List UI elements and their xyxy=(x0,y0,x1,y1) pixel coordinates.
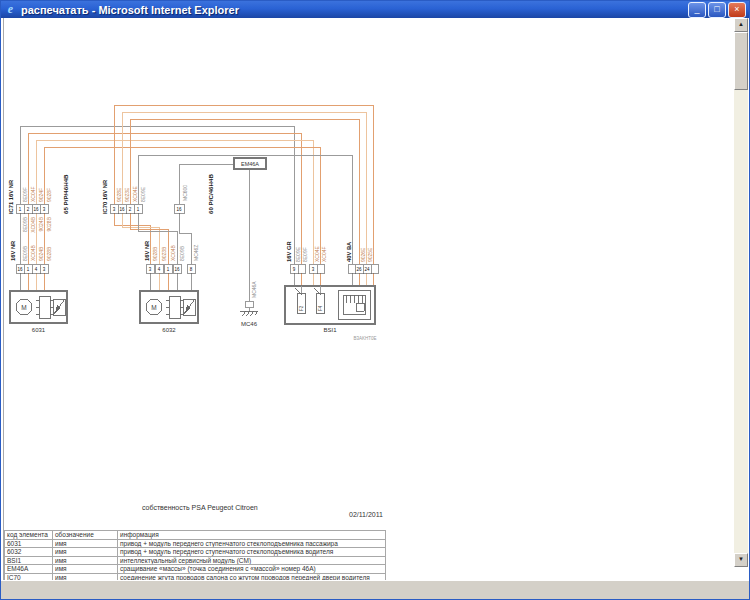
component-info: сращивание «массы» (точка соединения с «… xyxy=(118,565,386,574)
wire-label: 9028B xyxy=(46,216,52,231)
browser-window: e распечатать - Microsoft Internet Explo… xyxy=(0,0,750,600)
device-caption: 6032 xyxy=(162,327,176,333)
wire-label: 8E09E xyxy=(295,246,301,262)
wire-label: MC46A xyxy=(251,281,257,298)
connector-name: IC70 16V NR xyxy=(102,179,108,214)
wire-label: XC04F xyxy=(321,246,327,262)
scrollbar-thumb[interactable] xyxy=(734,32,748,90)
connector-type: 40V BA xyxy=(346,241,352,262)
wire-label: 8E09E xyxy=(140,186,146,202)
component-code: BSI1 xyxy=(5,556,53,565)
pin-number: 16 xyxy=(176,207,182,212)
wire-label: 8E09F xyxy=(22,187,28,202)
component-info: привод + модуль переднего ступенчатого с… xyxy=(118,548,386,557)
pin-number: 26 xyxy=(356,267,362,272)
schematic-ref-code: B3AKHT0E xyxy=(353,336,376,341)
motor-letter: M xyxy=(151,304,156,311)
table-row: 6032 имя привод + модуль переднего ступе… xyxy=(5,548,386,557)
column-header: обозначение xyxy=(53,531,118,540)
wire-label: XC04E xyxy=(132,185,138,202)
close-button[interactable]: × xyxy=(728,2,746,18)
device-caption: 6031 xyxy=(32,327,46,333)
fuse-label: F4 xyxy=(318,305,323,311)
wire-label: 9028B xyxy=(152,246,158,261)
component-kind: имя xyxy=(53,548,118,557)
minimize-button[interactable]: _ xyxy=(688,2,706,18)
pin-number: 16 xyxy=(17,267,23,272)
component-code: 6031 xyxy=(5,539,53,548)
copyright-note: собственность PSA Peugeot Citroen xyxy=(142,504,258,511)
wire-label: 9023E xyxy=(124,187,130,202)
connector-type: 16V GR xyxy=(286,241,292,262)
connector-type: 16V NR xyxy=(10,240,16,261)
wire-label: 9024B xyxy=(38,246,44,261)
component-kind: имя xyxy=(53,539,118,548)
wire-label: 9026E xyxy=(360,247,366,262)
wire-label: XC04E xyxy=(314,245,320,262)
page-content: 1 2 16 3 IC71 16V NR 8E09F XC04F 9024F 9… xyxy=(3,18,733,581)
wiring-diagram: 1 2 16 3 IC71 16V NR 8E09F XC04F 9024F 9… xyxy=(4,18,406,358)
wire-label: 9028F xyxy=(46,188,52,202)
wire-9028-driver xyxy=(114,105,373,264)
restore-button[interactable]: □ xyxy=(708,2,726,18)
wire-label: 9025E xyxy=(367,247,373,262)
fuse-label: F2 xyxy=(299,305,304,311)
wire-label: MC46Z xyxy=(193,245,199,261)
wire-label: 8E09B xyxy=(179,245,185,261)
harness-label: 60 P/C/46H4B xyxy=(207,174,214,214)
pin-box xyxy=(298,264,305,273)
internet-explorer-icon: e xyxy=(4,3,17,16)
date-label: 02/11/2011 xyxy=(349,511,383,518)
pin-number: 24 xyxy=(364,267,370,272)
scroll-up-icon[interactable]: ▲ xyxy=(734,18,748,32)
pin-number: 16 xyxy=(33,207,39,212)
wire-label: 9024F xyxy=(38,188,44,202)
wire-label: 9028E xyxy=(116,187,122,202)
motor-letter: M xyxy=(21,304,26,311)
table-row: EM46A имя сращивание «массы» (точка соед… xyxy=(5,565,386,574)
wire-label: XC04F xyxy=(30,186,36,202)
wire-label: 8E09F xyxy=(302,247,308,262)
table-header-row: код элемента обозначение информация xyxy=(5,531,386,540)
ground-caption: MC46 xyxy=(241,321,258,327)
wire-label: 9023B xyxy=(161,246,167,261)
pin-box xyxy=(371,264,378,273)
wire-xc04-driver xyxy=(130,119,359,264)
connector-name: IC71 16V NR xyxy=(8,179,14,214)
component-code: 6032 xyxy=(5,548,53,557)
wire-label: XC04B xyxy=(170,244,176,261)
wire-label: XC04B xyxy=(30,244,36,261)
wire-label: 8E09B xyxy=(22,245,28,261)
column-header: информация xyxy=(118,531,386,540)
harness-label: 65 P/P/46H4B xyxy=(62,174,69,214)
status-bar xyxy=(1,580,749,599)
component-info: привод + модуль переднего ступенчатого с… xyxy=(118,539,386,548)
connector-type: 16V NR xyxy=(144,240,150,261)
scroll-down-icon[interactable]: ▼ xyxy=(734,553,748,567)
vertical-scrollbar[interactable]: ▲ ▼ xyxy=(734,18,748,567)
pin-box xyxy=(317,264,324,273)
wire-label: 8E09B xyxy=(22,216,28,232)
column-header: код элемента xyxy=(5,531,53,540)
wire-label: 9028B xyxy=(46,246,52,261)
table-row: BSI1 имя интеллектуальный сервисный моду… xyxy=(5,556,386,565)
pin-number: 16 xyxy=(119,207,125,212)
table-row: 6031 имя привод + модуль переднего ступе… xyxy=(5,539,386,548)
pin-box xyxy=(348,264,355,273)
ground-icon xyxy=(240,311,258,316)
splice-pin-box xyxy=(245,301,253,307)
component-code: EM46A xyxy=(5,565,53,574)
title-bar: e распечатать - Microsoft Internet Explo… xyxy=(1,1,749,18)
device-caption: BSI1 xyxy=(323,327,337,333)
wire-label: 9024B xyxy=(38,216,44,231)
component-kind: имя xyxy=(53,556,118,565)
window-title: распечатать - Microsoft Internet Explore… xyxy=(21,4,686,16)
wire-label: XC04B xyxy=(30,216,36,233)
component-kind: имя xyxy=(53,565,118,574)
wire-label: MC600 xyxy=(182,185,188,201)
pin-number: 16 xyxy=(174,267,180,272)
component-info: интеллектуальный сервисный модуль (CM) xyxy=(118,556,386,565)
splice-em46a-label: EM46A xyxy=(241,161,259,167)
